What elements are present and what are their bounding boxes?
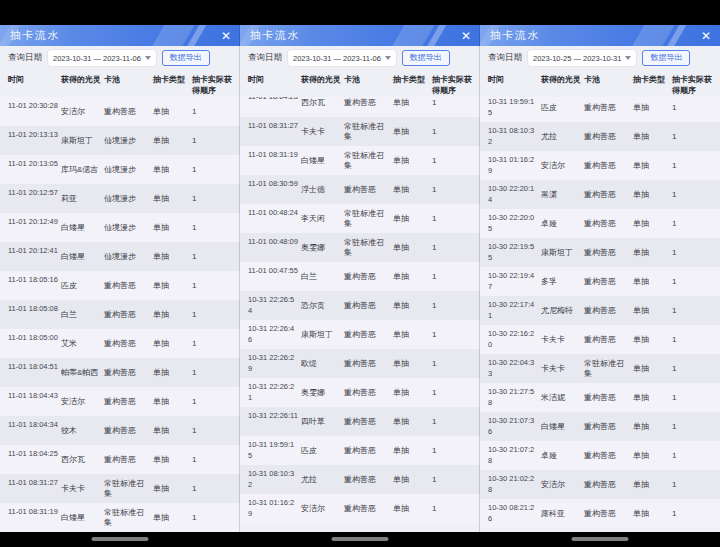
gesture-pill[interactable]	[332, 537, 389, 541]
cell-order: 1	[672, 219, 712, 229]
cell-character: 白兰	[301, 272, 341, 282]
draw-log-table[interactable]: 11-01 18:04:25西尔瓦重构善恶单抽111-01 08:31:27卡夫…	[240, 97, 480, 532]
cell-character: 尤拉	[541, 132, 581, 142]
cell-pool: 重构善恶	[584, 277, 630, 287]
cell-time: 11-01 18:04:51	[8, 358, 58, 372]
close-icon[interactable]: ✕	[461, 30, 471, 42]
export-button[interactable]: 数据导出	[162, 50, 210, 66]
gesture-pill[interactable]	[572, 537, 629, 541]
col-header-order: 抽卡实际获得顺序	[672, 74, 712, 96]
cell-time: 10-30 22:19:55	[488, 238, 538, 263]
cell-order: 1	[672, 132, 712, 142]
cell-pool: 重构善恶	[584, 161, 630, 171]
cell-order: 1	[192, 310, 232, 320]
table-row: 11-01 08:31:27卡夫卡常驻标准召集单抽1	[0, 474, 240, 503]
table-row: 10-30 22:20:14黑潇重构善恶单抽1	[480, 180, 720, 209]
cell-type: 单抽	[633, 364, 669, 374]
table-row: 11-01 18:05:00艾米重构善恶单抽1	[0, 329, 240, 358]
cell-character: 卓娅	[541, 219, 581, 229]
cell-pool: 仙境漫步	[104, 223, 150, 233]
cell-time: 10-30 22:16:20	[488, 325, 538, 350]
table-row: 10-31 22:26:11四叶草重构善恶单抽1	[240, 407, 480, 436]
close-icon[interactable]: ✕	[701, 30, 711, 42]
date-range-select[interactable]: 2023-10-31 — 2023-11-06	[48, 50, 156, 66]
cell-character: 奥雯娜	[301, 243, 341, 253]
cell-character: 恐尔贡	[301, 301, 341, 311]
cell-pool: 常驻标准召集	[584, 359, 630, 379]
cell-pool: 重构善恶	[344, 446, 390, 456]
cell-order: 1	[192, 165, 232, 175]
cell-type: 单抽	[393, 301, 429, 311]
cell-character: 艾米	[61, 339, 101, 349]
cell-pool: 仙境漫步	[104, 194, 150, 204]
close-icon[interactable]: ✕	[221, 30, 231, 42]
cell-type: 单抽	[153, 397, 189, 407]
cell-type: 单抽	[633, 277, 669, 287]
table-row: 10-30 21:07:28卓娅重构善恶单抽1	[480, 441, 720, 470]
cell-time: 10-30 21:07:28	[488, 441, 538, 466]
cell-pool: 重构善恶	[584, 306, 630, 316]
query-date-label: 查询日期	[488, 52, 522, 64]
date-range-select[interactable]: 2023-10-25 — 2023-10-31	[528, 50, 636, 66]
col-header-pool: 卡池	[584, 74, 630, 85]
table-row: 10-31 22:26:29欧缇重构善恶单抽1	[240, 349, 480, 378]
cell-time: 11-01 08:30:59	[248, 175, 298, 189]
gacha-history-panel-3: 抽卡流水 ✕ 查询日期 2023-10-25 — 2023-10-31 数据导出…	[480, 0, 720, 547]
cell-pool: 仙境漫步	[104, 252, 150, 262]
cell-order: 1	[192, 484, 232, 494]
cell-time: 10-31 22:26:29	[248, 349, 298, 374]
cell-pool: 重构善恶	[584, 451, 630, 461]
table-row: 10-30 22:04:33卡夫卡常驻标准召集单抽1	[480, 354, 720, 383]
cell-pool: 重构善恶	[104, 426, 150, 436]
cell-pool: 重构善恶	[584, 132, 630, 142]
cell-time: 11-01 00:48:09	[248, 233, 298, 247]
date-range-select[interactable]: 2023-10-31 — 2023-11-06	[288, 50, 396, 66]
cell-time: 11-01 18:04:25	[8, 445, 58, 459]
cell-time: 11-01 08:31:19	[8, 503, 58, 517]
gesture-pill[interactable]	[92, 537, 149, 541]
gesture-nav-bar	[0, 532, 240, 547]
col-header-type: 抽卡类型	[393, 74, 429, 85]
cell-time: 10-31 08:10:32	[248, 465, 298, 490]
table-row: 11-01 20:12:57莉亚仙境漫步单抽1	[0, 184, 240, 213]
query-date-label: 查询日期	[8, 52, 42, 64]
cell-order: 1	[192, 107, 232, 117]
export-button[interactable]: 数据导出	[642, 50, 690, 66]
cell-time: 10-30 08:21:26	[488, 499, 538, 524]
cell-pool: 重构善恶	[344, 98, 390, 108]
cell-character: 西尔瓦	[301, 98, 341, 108]
table-row: 10-31 22:26:54恐尔贡重构善恶单抽1	[240, 291, 480, 320]
dialog-title: 抽卡流水	[240, 28, 300, 43]
cell-time: 11-01 18:05:08	[8, 300, 58, 314]
cell-type: 单抽	[393, 156, 429, 166]
cell-type: 单抽	[393, 475, 429, 485]
cell-time: 10-31 22:26:46	[248, 320, 298, 345]
cell-pool: 重构善恶	[584, 248, 630, 258]
col-header-time: 时间	[488, 74, 538, 85]
cell-time: 10-31 19:59:15	[248, 436, 298, 461]
cell-character: 露科亚	[541, 509, 581, 519]
cell-order: 1	[672, 306, 712, 316]
export-button[interactable]: 数据导出	[402, 50, 450, 66]
table-row: 10-30 21:27:58米洁妮重构善恶单抽1	[480, 383, 720, 412]
cell-type: 单抽	[153, 310, 189, 320]
cell-pool: 常驻标准召集	[344, 238, 390, 258]
cell-time: 11-01 18:05:16	[8, 271, 58, 285]
table-row: 11-01 18:05:08白兰重构善恶单抽1	[0, 300, 240, 329]
table-header: 时间 获得的光灵 卡池 抽卡类型 抽卡实际获得顺序	[480, 70, 720, 97]
cell-time: 10-31 22:26:11	[248, 407, 298, 421]
draw-log-table[interactable]: 11-01 20:30:28安洁尔重构善恶单抽111-01 20:13:13康斯…	[0, 97, 240, 532]
draw-log-table[interactable]: 10-31 19:59:15匹皮重构善恶单抽110-31 08:10:32尤拉重…	[480, 97, 720, 532]
cell-type: 单抽	[393, 330, 429, 340]
cell-type: 单抽	[393, 272, 429, 282]
table-row: 11-01 08:31:19白矮星常驻标准召集单抽1	[240, 146, 480, 175]
cell-character: 尤尼梅特	[541, 306, 581, 316]
table-row: 11-01 20:12:41白矮星仙境漫步单抽1	[0, 242, 240, 271]
cell-type: 单抽	[153, 339, 189, 349]
cell-time: 10-30 22:04:33	[488, 354, 538, 379]
table-row: 10-31 01:16:29安洁尔重构善恶单抽1	[240, 494, 480, 523]
cell-order: 1	[432, 156, 472, 166]
cell-type: 单抽	[393, 446, 429, 456]
cell-order: 1	[432, 127, 472, 137]
table-header: 时间 获得的光灵 卡池 抽卡类型 抽卡实际获得顺序	[240, 70, 480, 97]
